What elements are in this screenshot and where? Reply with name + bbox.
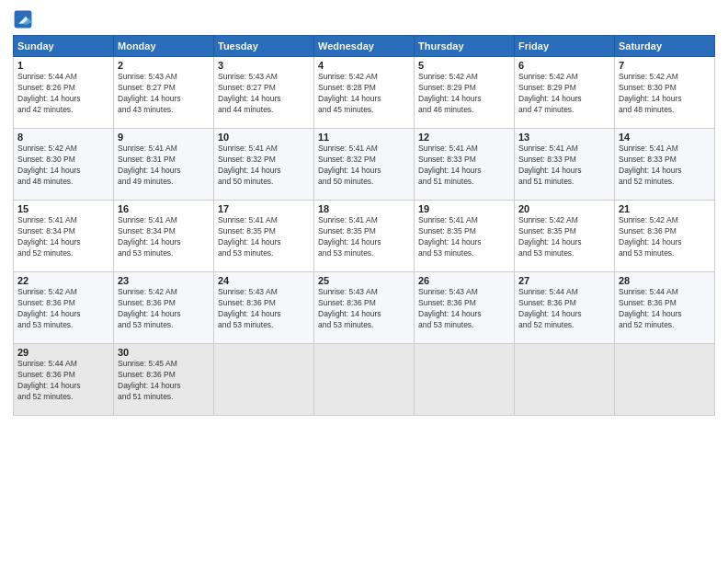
day-number: 25: [318, 275, 410, 286]
calendar-cell: 14Sunrise: 5:41 AM Sunset: 8:33 PM Dayli…: [615, 129, 715, 201]
calendar-cell: [515, 344, 615, 416]
calendar-cell: 25Sunrise: 5:43 AM Sunset: 8:36 PM Dayli…: [314, 272, 415, 344]
day-number: 24: [218, 275, 310, 286]
day-number: 6: [518, 60, 610, 71]
day-info: Sunrise: 5:43 AM Sunset: 8:36 PM Dayligh…: [218, 287, 310, 331]
day-info: Sunrise: 5:44 AM Sunset: 8:36 PM Dayligh…: [619, 287, 711, 331]
calendar-cell: 5Sunrise: 5:42 AM Sunset: 8:29 PM Daylig…: [415, 57, 515, 129]
calendar-cell: 21Sunrise: 5:42 AM Sunset: 8:36 PM Dayli…: [615, 201, 715, 272]
day-number: 27: [518, 275, 610, 286]
day-number: 12: [418, 132, 510, 143]
day-info: Sunrise: 5:41 AM Sunset: 8:34 PM Dayligh…: [17, 215, 109, 259]
calendar: SundayMondayTuesdayWednesdayThursdayFrid…: [13, 35, 715, 416]
calendar-cell: 4Sunrise: 5:42 AM Sunset: 8:28 PM Daylig…: [314, 57, 415, 129]
calendar-cell: 30Sunrise: 5:45 AM Sunset: 8:36 PM Dayli…: [114, 344, 214, 416]
day-number: 18: [318, 203, 410, 214]
calendar-cell: 10Sunrise: 5:41 AM Sunset: 8:32 PM Dayli…: [214, 129, 314, 201]
calendar-cell: 7Sunrise: 5:42 AM Sunset: 8:30 PM Daylig…: [615, 57, 715, 129]
day-number: 22: [17, 275, 109, 286]
calendar-cell: 18Sunrise: 5:41 AM Sunset: 8:35 PM Dayli…: [314, 201, 415, 272]
weekday-header: Saturday: [615, 36, 715, 57]
calendar-header-row: SundayMondayTuesdayWednesdayThursdayFrid…: [14, 36, 715, 57]
day-info: Sunrise: 5:41 AM Sunset: 8:33 PM Dayligh…: [619, 144, 711, 188]
calendar-cell: 17Sunrise: 5:41 AM Sunset: 8:35 PM Dayli…: [214, 201, 314, 272]
day-info: Sunrise: 5:41 AM Sunset: 8:34 PM Dayligh…: [118, 215, 210, 259]
day-number: 19: [418, 203, 510, 214]
calendar-cell: 2Sunrise: 5:43 AM Sunset: 8:27 PM Daylig…: [114, 57, 214, 129]
day-info: Sunrise: 5:44 AM Sunset: 8:36 PM Dayligh…: [518, 287, 610, 331]
calendar-cell: 16Sunrise: 5:41 AM Sunset: 8:34 PM Dayli…: [114, 201, 214, 272]
day-number: 13: [518, 132, 610, 143]
calendar-cell: 22Sunrise: 5:42 AM Sunset: 8:36 PM Dayli…: [14, 272, 114, 344]
day-info: Sunrise: 5:42 AM Sunset: 8:36 PM Dayligh…: [17, 287, 109, 331]
day-info: Sunrise: 5:44 AM Sunset: 8:26 PM Dayligh…: [17, 72, 109, 116]
day-info: Sunrise: 5:42 AM Sunset: 8:35 PM Dayligh…: [518, 215, 610, 259]
calendar-cell: 28Sunrise: 5:44 AM Sunset: 8:36 PM Dayli…: [615, 272, 715, 344]
day-number: 10: [218, 132, 310, 143]
day-number: 3: [218, 60, 310, 71]
day-info: Sunrise: 5:41 AM Sunset: 8:33 PM Dayligh…: [518, 144, 610, 188]
day-number: 23: [118, 275, 210, 286]
calendar-cell: 26Sunrise: 5:43 AM Sunset: 8:36 PM Dayli…: [415, 272, 515, 344]
calendar-cell: 19Sunrise: 5:41 AM Sunset: 8:35 PM Dayli…: [415, 201, 515, 272]
day-info: Sunrise: 5:41 AM Sunset: 8:35 PM Dayligh…: [218, 215, 310, 259]
calendar-cell: 27Sunrise: 5:44 AM Sunset: 8:36 PM Dayli…: [515, 272, 615, 344]
day-number: 9: [118, 132, 210, 143]
calendar-cell: 20Sunrise: 5:42 AM Sunset: 8:35 PM Dayli…: [515, 201, 615, 272]
day-info: Sunrise: 5:42 AM Sunset: 8:29 PM Dayligh…: [418, 72, 510, 116]
day-number: 7: [619, 60, 711, 71]
day-info: Sunrise: 5:41 AM Sunset: 8:35 PM Dayligh…: [418, 215, 510, 259]
day-info: Sunrise: 5:45 AM Sunset: 8:36 PM Dayligh…: [118, 359, 210, 403]
day-number: 16: [118, 203, 210, 214]
calendar-week-row: 22Sunrise: 5:42 AM Sunset: 8:36 PM Dayli…: [14, 272, 715, 344]
header: [13, 9, 715, 29]
calendar-cell: [615, 344, 715, 416]
calendar-cell: 29Sunrise: 5:44 AM Sunset: 8:36 PM Dayli…: [14, 344, 114, 416]
day-info: Sunrise: 5:41 AM Sunset: 8:31 PM Dayligh…: [118, 144, 210, 188]
day-info: Sunrise: 5:42 AM Sunset: 8:28 PM Dayligh…: [318, 72, 410, 116]
day-number: 15: [17, 203, 109, 214]
day-number: 1: [17, 60, 109, 71]
calendar-cell: [314, 344, 415, 416]
calendar-cell: 23Sunrise: 5:42 AM Sunset: 8:36 PM Dayli…: [114, 272, 214, 344]
weekday-header: Monday: [114, 36, 214, 57]
calendar-cell: 11Sunrise: 5:41 AM Sunset: 8:32 PM Dayli…: [314, 129, 415, 201]
day-number: 21: [619, 203, 711, 214]
calendar-cell: 8Sunrise: 5:42 AM Sunset: 8:30 PM Daylig…: [14, 129, 114, 201]
day-number: 28: [619, 275, 711, 286]
calendar-cell: 12Sunrise: 5:41 AM Sunset: 8:33 PM Dayli…: [415, 129, 515, 201]
calendar-cell: 3Sunrise: 5:43 AM Sunset: 8:27 PM Daylig…: [214, 57, 314, 129]
day-info: Sunrise: 5:41 AM Sunset: 8:33 PM Dayligh…: [418, 144, 510, 188]
day-number: 20: [518, 203, 610, 214]
day-number: 11: [318, 132, 410, 143]
logo: [13, 9, 35, 29]
day-number: 17: [218, 203, 310, 214]
weekday-header: Friday: [515, 36, 615, 57]
day-number: 5: [418, 60, 510, 71]
logo-icon: [13, 9, 33, 29]
day-number: 8: [17, 132, 109, 143]
calendar-cell: 24Sunrise: 5:43 AM Sunset: 8:36 PM Dayli…: [214, 272, 314, 344]
page: SundayMondayTuesdayWednesdayThursdayFrid…: [0, 0, 728, 563]
calendar-week-row: 15Sunrise: 5:41 AM Sunset: 8:34 PM Dayli…: [14, 201, 715, 272]
weekday-header: Thursday: [415, 36, 515, 57]
day-info: Sunrise: 5:43 AM Sunset: 8:27 PM Dayligh…: [218, 72, 310, 116]
calendar-cell: 1Sunrise: 5:44 AM Sunset: 8:26 PM Daylig…: [14, 57, 114, 129]
day-info: Sunrise: 5:43 AM Sunset: 8:36 PM Dayligh…: [318, 287, 410, 331]
day-info: Sunrise: 5:42 AM Sunset: 8:36 PM Dayligh…: [118, 287, 210, 331]
day-info: Sunrise: 5:43 AM Sunset: 8:36 PM Dayligh…: [418, 287, 510, 331]
calendar-body: 1Sunrise: 5:44 AM Sunset: 8:26 PM Daylig…: [14, 57, 715, 416]
day-info: Sunrise: 5:43 AM Sunset: 8:27 PM Dayligh…: [118, 72, 210, 116]
day-number: 2: [118, 60, 210, 71]
calendar-week-row: 8Sunrise: 5:42 AM Sunset: 8:30 PM Daylig…: [14, 129, 715, 201]
day-info: Sunrise: 5:44 AM Sunset: 8:36 PM Dayligh…: [17, 359, 109, 403]
day-info: Sunrise: 5:41 AM Sunset: 8:32 PM Dayligh…: [318, 144, 410, 188]
calendar-week-row: 29Sunrise: 5:44 AM Sunset: 8:36 PM Dayli…: [14, 344, 715, 416]
day-info: Sunrise: 5:42 AM Sunset: 8:30 PM Dayligh…: [17, 144, 109, 188]
calendar-cell: 6Sunrise: 5:42 AM Sunset: 8:29 PM Daylig…: [515, 57, 615, 129]
weekday-header: Wednesday: [314, 36, 415, 57]
weekday-header: Tuesday: [214, 36, 314, 57]
calendar-cell: 13Sunrise: 5:41 AM Sunset: 8:33 PM Dayli…: [515, 129, 615, 201]
day-info: Sunrise: 5:42 AM Sunset: 8:29 PM Dayligh…: [518, 72, 610, 116]
day-number: 29: [17, 347, 109, 358]
